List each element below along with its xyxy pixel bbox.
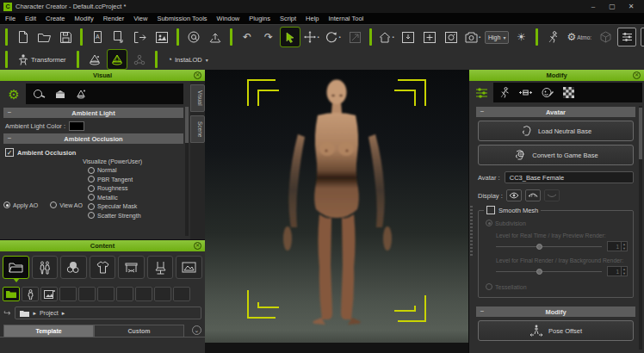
tab-proportion-icon[interactable] bbox=[519, 88, 532, 97]
display-eyelash-button[interactable] bbox=[525, 189, 541, 201]
modify-scrollbar[interactable] bbox=[639, 106, 642, 350]
export-button[interactable] bbox=[109, 28, 128, 46]
character-light-button[interactable] bbox=[543, 28, 562, 46]
home-camera-button[interactable]: ▪ bbox=[377, 28, 396, 46]
subcategory-all-button[interactable] bbox=[3, 287, 20, 301]
category-project-button[interactable] bbox=[3, 256, 29, 279]
menu-view[interactable]: View bbox=[133, 15, 147, 22]
content-panel-close-icon[interactable]: ✕ bbox=[194, 242, 201, 250]
menu-window[interactable]: Window bbox=[217, 15, 240, 22]
category-actor-button[interactable] bbox=[32, 256, 59, 279]
center-view-button[interactable] bbox=[420, 28, 439, 46]
visualize-roughness-radio[interactable]: Roughness bbox=[88, 185, 183, 192]
new-project-button[interactable] bbox=[13, 28, 32, 46]
viewport-3d[interactable] bbox=[205, 70, 468, 353]
transformer-button[interactable]: Transformer bbox=[14, 51, 71, 68]
modify-panel-header[interactable]: Modify ✕ bbox=[469, 70, 644, 81]
subcategory-empty-slot[interactable] bbox=[59, 287, 77, 301]
modify-section-header[interactable]: − Modify bbox=[476, 307, 635, 317]
menu-create[interactable]: Create bbox=[46, 15, 65, 22]
render-settings-button[interactable] bbox=[617, 28, 636, 46]
render-image-button[interactable] bbox=[152, 28, 171, 46]
preview-light-button[interactable]: ☀ bbox=[511, 28, 530, 46]
menu-edit[interactable]: Edit bbox=[25, 15, 36, 22]
breadcrumb[interactable]: ▸ Project ▸ bbox=[15, 307, 201, 319]
menu-help[interactable]: Help bbox=[306, 15, 319, 22]
avatar-name-field[interactable]: CC3_Base Female bbox=[505, 171, 634, 183]
select-tool-button[interactable] bbox=[281, 28, 300, 46]
content-store-button[interactable] bbox=[184, 28, 203, 46]
undo-button[interactable]: ↶ bbox=[238, 28, 257, 46]
scene-box-button[interactable] bbox=[596, 28, 615, 46]
send-to-button[interactable] bbox=[131, 28, 150, 46]
content-panel-header[interactable]: Content ✕ bbox=[0, 240, 205, 251]
spin-down-icon[interactable]: ▼ bbox=[622, 246, 627, 251]
menu-modify[interactable]: Modify bbox=[75, 15, 94, 22]
tessellation-radio[interactable]: Tessellation bbox=[486, 283, 628, 290]
tab-appearance-icon[interactable] bbox=[542, 87, 554, 98]
visualize-scatter-strength-radio[interactable]: Scatter Strength bbox=[88, 212, 183, 219]
tab-animation-icon[interactable] bbox=[500, 87, 510, 98]
scale-tool-button[interactable] bbox=[345, 28, 364, 46]
lod-wireframe-button[interactable] bbox=[85, 50, 104, 69]
visualize-pbr-tangent-radio[interactable]: PBR Tangent bbox=[88, 176, 183, 183]
visual-scrollbar[interactable] bbox=[185, 107, 189, 236]
atmosphere-button[interactable]: ⚙Atmo: bbox=[565, 28, 593, 46]
tab-custom[interactable]: Custom bbox=[94, 325, 184, 337]
subdivision-radio[interactable]: Subdivision bbox=[486, 220, 628, 226]
rotate-tool-caret[interactable]: ▪ bbox=[338, 34, 340, 40]
save-project-button[interactable] bbox=[56, 28, 75, 46]
lod-decimate-button[interactable] bbox=[108, 50, 127, 69]
apply-ao-radio[interactable]: Apply AO bbox=[3, 201, 38, 208]
close-button[interactable]: ✕ bbox=[622, 3, 641, 10]
visualize-metallic-radio[interactable]: Metallic bbox=[88, 194, 183, 201]
smooth-mesh-checkbox-row[interactable]: Smooth Mesh bbox=[484, 206, 541, 214]
subcategory-empty-slot[interactable] bbox=[135, 287, 152, 301]
tab-template[interactable]: Template bbox=[3, 325, 94, 337]
convert-to-game-base-button[interactable]: Convert to Game Base bbox=[478, 145, 634, 165]
sculpt-morph-button[interactable] bbox=[641, 28, 644, 46]
load-neutral-base-button[interactable]: Load Neutral Base bbox=[478, 121, 634, 141]
redo-button[interactable]: ↷ bbox=[259, 28, 278, 46]
frame-subject-button[interactable] bbox=[399, 28, 418, 46]
subcategory-image-button[interactable] bbox=[40, 287, 58, 301]
category-material-button[interactable] bbox=[60, 256, 87, 279]
category-accessory-button[interactable] bbox=[118, 256, 145, 279]
menu-submission-tools[interactable]: Submission Tools bbox=[157, 15, 207, 22]
modify-panel-close-icon[interactable]: ✕ bbox=[633, 71, 641, 79]
move-tool-caret[interactable]: ▪ bbox=[317, 34, 319, 40]
breadcrumb-root[interactable]: Project bbox=[40, 310, 59, 316]
subcategory-avatar-button[interactable] bbox=[22, 287, 39, 301]
menu-internal-tool[interactable]: Internal Tool bbox=[329, 15, 364, 22]
camera-frame-caret[interactable]: ▪ bbox=[479, 34, 480, 40]
side-tab-visual[interactable]: Visual bbox=[190, 84, 205, 112]
visualize-normal-radio[interactable]: Normal bbox=[88, 167, 183, 174]
instalod-button[interactable]: ◔ InstaLOD ▾ bbox=[164, 51, 213, 68]
panel-resize-grip[interactable] bbox=[470, 206, 473, 257]
open-project-button[interactable] bbox=[34, 28, 53, 46]
realtime-level-spinbox[interactable]: 1 ▲▼ bbox=[607, 241, 628, 251]
move-tool-button[interactable]: ▪ bbox=[302, 28, 321, 46]
camera-frame-button[interactable]: ▪ bbox=[463, 28, 482, 46]
visual-panel-header[interactable]: Visual ✕ bbox=[0, 70, 205, 81]
final-level-slider[interactable] bbox=[496, 268, 602, 276]
maximize-button[interactable]: ▢ bbox=[603, 3, 622, 10]
category-furniture-button[interactable] bbox=[147, 256, 174, 279]
content-expand-icon[interactable]: ⌄ bbox=[192, 325, 201, 335]
category-cloth-button[interactable] bbox=[90, 256, 116, 279]
tab-attribute[interactable] bbox=[471, 83, 492, 102]
smooth-mesh-checkbox[interactable] bbox=[486, 206, 495, 214]
shadow-tab-icon[interactable] bbox=[54, 89, 66, 100]
breadcrumb-back-icon[interactable]: ↩ bbox=[3, 308, 10, 318]
ambient-light-section-header[interactable]: − Ambient Light bbox=[3, 108, 183, 118]
rotate-tool-button[interactable]: ▪ bbox=[324, 28, 343, 46]
ambient-settings-tab[interactable]: ⚙ bbox=[3, 84, 24, 104]
ambient-occlusion-checkbox[interactable]: ✓ bbox=[5, 148, 14, 157]
ambient-occlusion-checkbox-row[interactable]: ✓ Ambient Occlusion bbox=[5, 148, 183, 157]
character-model[interactable] bbox=[205, 70, 468, 353]
category-stage-button[interactable] bbox=[176, 256, 202, 279]
spotlight-tab-icon[interactable] bbox=[75, 89, 87, 100]
menu-render[interactable]: Render bbox=[103, 15, 125, 22]
menu-file[interactable]: File bbox=[5, 15, 15, 22]
lod-group-button[interactable] bbox=[130, 50, 149, 69]
